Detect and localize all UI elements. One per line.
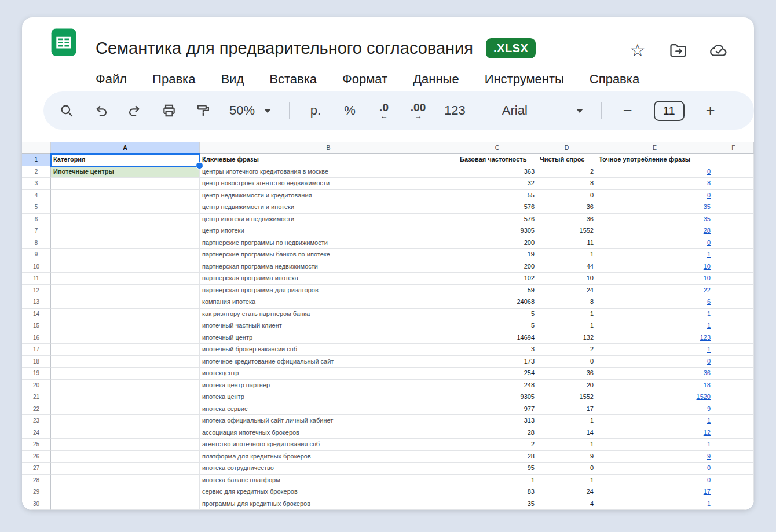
row-header-11[interactable]: 11 xyxy=(22,273,51,285)
cell-D6[interactable]: 36 xyxy=(537,214,596,226)
cell-E20[interactable]: 18 xyxy=(596,380,713,392)
cell-C28[interactable]: 1 xyxy=(457,475,537,487)
row-header-27[interactable]: 27 xyxy=(22,463,51,475)
cell-A2[interactable]: Ипотечные центры xyxy=(51,166,200,178)
sheets-logo-icon[interactable] xyxy=(48,27,79,58)
decrease-font-size-button[interactable]: − xyxy=(620,99,636,122)
cell-A15[interactable] xyxy=(51,320,200,332)
menu-item-инструменты[interactable]: Инструменты xyxy=(485,72,564,87)
cell-D14[interactable]: 1 xyxy=(537,309,596,321)
cell-B4[interactable]: центр недвижимости и кредитования xyxy=(200,190,457,202)
row-header-28[interactable]: 28 xyxy=(22,475,51,487)
cell-E10[interactable]: 10 xyxy=(596,261,713,273)
cell-A1[interactable]: Категория xyxy=(51,154,200,166)
cell-A23[interactable] xyxy=(51,415,200,427)
row-header-21[interactable]: 21 xyxy=(22,391,51,403)
cell-D12[interactable]: 24 xyxy=(537,285,596,297)
cell-D19[interactable]: 36 xyxy=(537,368,596,380)
cell-F8[interactable] xyxy=(713,237,754,250)
row-header-24[interactable]: 24 xyxy=(22,427,51,439)
cell-D21[interactable]: 1552 xyxy=(537,391,596,403)
cell-F25[interactable] xyxy=(713,439,754,451)
row-header-20[interactable]: 20 xyxy=(22,380,51,392)
cell-F26[interactable] xyxy=(713,451,754,463)
cell-E22[interactable]: 9 xyxy=(596,403,713,416)
column-header-D[interactable]: D xyxy=(537,142,596,154)
cell-F1[interactable] xyxy=(713,154,754,166)
cell-A25[interactable] xyxy=(51,439,200,451)
paint-format-icon[interactable] xyxy=(195,99,211,122)
cell-E28[interactable]: 0 xyxy=(596,475,713,487)
cell-E1[interactable]: Точное употребление фразы xyxy=(596,154,713,166)
cell-B29[interactable]: сервис для кредитных брокеров xyxy=(200,486,457,498)
cell-E3[interactable]: 8 xyxy=(596,178,713,190)
cell-C6[interactable]: 576 xyxy=(457,214,537,226)
cell-C26[interactable]: 28 xyxy=(457,451,537,463)
cell-A22[interactable] xyxy=(51,403,200,416)
undo-icon[interactable] xyxy=(93,99,109,122)
cell-D23[interactable]: 1 xyxy=(537,415,596,427)
menu-item-справка[interactable]: Справка xyxy=(590,72,639,87)
cell-C8[interactable]: 200 xyxy=(457,237,537,250)
star-icon[interactable]: ☆ xyxy=(628,41,647,60)
cell-B9[interactable]: партнерские программы банков по ипотеке xyxy=(200,249,457,261)
cell-D22[interactable]: 17 xyxy=(537,403,596,416)
cell-C16[interactable]: 14694 xyxy=(457,332,537,344)
cell-A29[interactable] xyxy=(51,486,200,498)
cell-C14[interactable]: 5 xyxy=(457,309,537,321)
menu-item-данные[interactable]: Данные xyxy=(413,72,459,87)
cell-C10[interactable]: 200 xyxy=(457,261,537,273)
cell-E6[interactable]: 35 xyxy=(596,214,713,226)
cell-D4[interactable]: 0 xyxy=(537,190,596,202)
cell-C22[interactable]: 977 xyxy=(457,403,537,416)
menu-item-файл[interactable]: Файл xyxy=(96,72,127,87)
column-header-F[interactable]: F xyxy=(713,142,754,154)
row-header-3[interactable]: 3 xyxy=(22,178,51,190)
increase-font-size-button[interactable]: + xyxy=(702,99,719,122)
cell-C18[interactable]: 173 xyxy=(457,356,537,368)
cell-B25[interactable]: агентство ипотечного кредитования спб xyxy=(200,439,457,451)
cell-F14[interactable] xyxy=(713,309,754,321)
row-header-8[interactable]: 8 xyxy=(22,237,51,250)
row-header-12[interactable]: 12 xyxy=(22,285,51,297)
cell-C5[interactable]: 576 xyxy=(457,201,537,214)
row-header-1[interactable]: 1 xyxy=(22,154,51,166)
cell-E19[interactable]: 36 xyxy=(596,368,713,380)
select-all-corner[interactable] xyxy=(22,142,51,154)
cell-C7[interactable]: 9305 xyxy=(457,225,537,237)
cell-E27[interactable]: 0 xyxy=(596,463,713,475)
cell-C4[interactable]: 55 xyxy=(457,190,537,202)
cell-B20[interactable]: ипотека центр партнер xyxy=(200,380,457,392)
row-header-5[interactable]: 5 xyxy=(22,201,51,214)
cell-C29[interactable]: 83 xyxy=(457,486,537,498)
cell-A12[interactable] xyxy=(51,285,200,297)
cell-D24[interactable]: 14 xyxy=(537,427,596,439)
column-header-C[interactable]: C xyxy=(457,142,537,154)
cell-A11[interactable] xyxy=(51,273,200,285)
cell-C3[interactable]: 32 xyxy=(457,178,537,190)
font-selector[interactable]: Arial xyxy=(502,103,583,118)
cell-B3[interactable]: центр новостроек агентство недвижимости xyxy=(200,178,457,190)
cell-D29[interactable]: 24 xyxy=(537,486,596,498)
cell-B2[interactable]: центры ипотечного кредитования в москве xyxy=(200,166,457,178)
cell-B1[interactable]: Ключевые фразы xyxy=(200,154,457,166)
cell-D3[interactable]: 8 xyxy=(537,178,596,190)
cell-A17[interactable] xyxy=(51,344,200,356)
cell-D30[interactable]: 4 xyxy=(537,498,596,511)
cell-C9[interactable]: 19 xyxy=(457,249,537,261)
cell-C1[interactable]: Базовая частотность xyxy=(457,154,537,166)
row-header-10[interactable]: 10 xyxy=(22,261,51,273)
cell-D2[interactable]: 2 xyxy=(537,166,596,178)
cell-B27[interactable]: ипотека сотрудничество xyxy=(200,463,457,475)
cell-F5[interactable] xyxy=(713,201,754,214)
cell-B15[interactable]: ипотечный частный клиент xyxy=(200,320,457,332)
font-size-input[interactable]: 11 xyxy=(654,101,685,121)
cell-D27[interactable]: 0 xyxy=(537,463,596,475)
cell-C24[interactable]: 28 xyxy=(457,427,537,439)
increase-decimal-button[interactable]: .00 → xyxy=(410,99,426,122)
row-header-4[interactable]: 4 xyxy=(22,190,51,202)
cell-C25[interactable]: 2 xyxy=(457,439,537,451)
cell-C21[interactable]: 9305 xyxy=(457,391,537,403)
row-header-2[interactable]: 2 xyxy=(22,166,51,178)
row-header-15[interactable]: 15 xyxy=(22,320,51,332)
